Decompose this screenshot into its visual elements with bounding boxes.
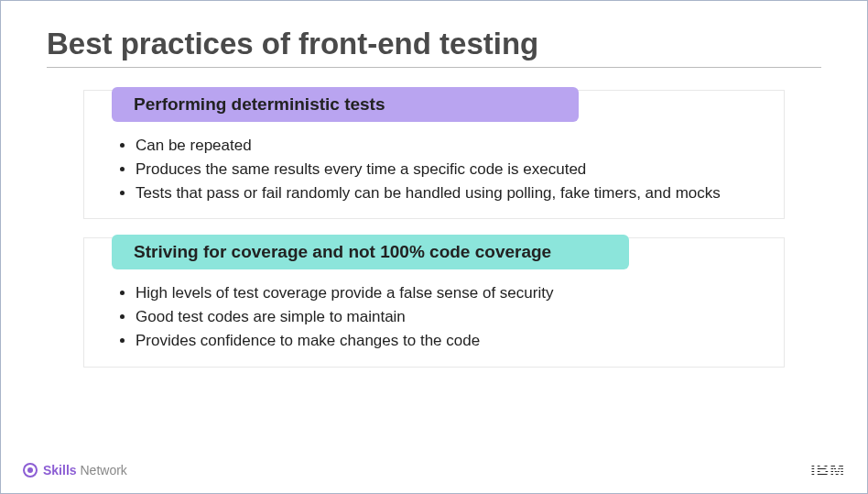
skills-network-icon <box>23 463 38 478</box>
list-item: Produces the same results every time a s… <box>136 159 758 181</box>
section-coverage: Striving for coverage and not 100% code … <box>83 237 785 367</box>
section-body: High levels of test coverage provide a f… <box>84 282 784 366</box>
skills-network-text: Skills Network <box>43 463 127 478</box>
list-item: High levels of test coverage provide a f… <box>136 282 758 304</box>
list-item: Good test codes are simple to maintain <box>136 306 758 328</box>
section-heading: Performing deterministic tests <box>112 87 579 122</box>
ibm-logo: IBM <box>810 460 845 480</box>
slide-title: Best practices of front-end testing <box>47 27 821 68</box>
section-body: Can be repeated Produces the same result… <box>84 135 784 218</box>
footer: Skills Network IBM <box>23 460 845 480</box>
list-item: Can be repeated <box>136 135 758 157</box>
section-heading: Striving for coverage and not 100% code … <box>112 235 629 269</box>
list-item: Tests that pass or fail randomly can be … <box>136 182 758 204</box>
list-item: Provides confidence to make changes to t… <box>136 330 758 352</box>
section-deterministic: Performing deterministic tests Can be re… <box>83 90 785 219</box>
bullet-list: Can be repeated Produces the same result… <box>114 135 758 203</box>
skills-network-brand: Skills Network <box>23 463 127 478</box>
bullet-list: High levels of test coverage provide a f… <box>114 282 758 351</box>
